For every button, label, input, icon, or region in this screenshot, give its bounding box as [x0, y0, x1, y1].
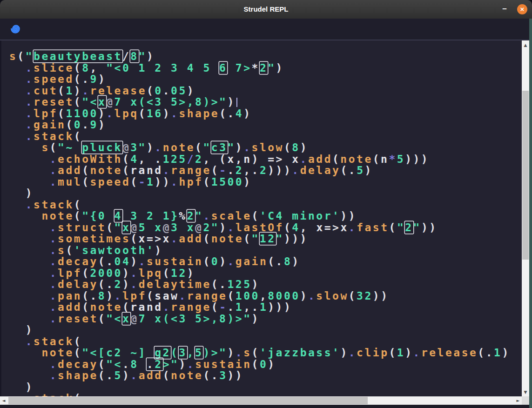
code-token: 'jazzbass' — [260, 347, 340, 359]
vertical-scrollbar[interactable]: ▲ ▼ — [522, 40, 529, 396]
code-token: . — [50, 358, 58, 370]
code-token: , — [187, 347, 195, 359]
code-token: stack — [34, 335, 74, 348]
code-token: note — [340, 153, 372, 165]
code-token: " — [195, 210, 203, 222]
vertical-scroll-thumb[interactable] — [522, 91, 529, 260]
code-token: ) — [243, 176, 251, 188]
code-token: add — [58, 301, 82, 313]
scroll-up-icon[interactable]: ▲ — [522, 40, 529, 49]
code-line: .reset("<x@7 x(<3 5>,8)>") — [9, 313, 522, 325]
code-token: ( — [50, 141, 58, 154]
code-token: 6 — [219, 62, 227, 74]
code-token: ( — [163, 267, 171, 279]
code-token: . — [50, 313, 58, 325]
code-token: 9 — [90, 73, 98, 85]
code-token — [9, 267, 50, 279]
code-token: ( — [58, 85, 66, 97]
code-token: . — [50, 221, 58, 234]
scroll-down-icon[interactable]: ▼ — [522, 388, 529, 396]
code-token: 2" — [203, 221, 219, 234]
code-token: (rand — [122, 164, 163, 176]
code-token: ( — [82, 164, 90, 176]
code-line: .echoWith(4, .125/2, (x,n) => x.add(note… — [9, 154, 522, 165]
scroll-left-icon[interactable]: ◄ — [0, 396, 7, 405]
code-editor[interactable]: s("beautybeast/8") .slice(8, "<0 1 2 3 4… — [0, 40, 522, 396]
code-token: ( — [203, 176, 211, 188]
active-event-highlight-box: 2 — [187, 210, 195, 222]
code-token: decay — [58, 358, 98, 370]
code-line: .decay(.04).sustain(0).gain(.8) — [9, 256, 522, 268]
code-token: ) — [147, 50, 155, 62]
code-token: . — [203, 210, 211, 222]
code-token: ( — [74, 130, 82, 142]
horizontal-scrollbar[interactable]: ◄ ► — [0, 396, 522, 405]
code-token: . — [171, 233, 179, 245]
code-token: (n — [373, 153, 389, 165]
code-token: )) — [155, 176, 171, 188]
code-token: add — [139, 369, 163, 381]
code-token: "< — [106, 313, 122, 325]
horizontal-scroll-thumb[interactable] — [8, 397, 368, 404]
code-token: (. — [82, 290, 98, 302]
code-token: ( — [163, 369, 171, 381]
code-token: 4 — [292, 221, 300, 234]
code-token: slice — [34, 62, 74, 74]
code-token: ) — [130, 255, 138, 268]
scroll-right-icon[interactable]: ► — [514, 396, 522, 405]
code-token: . — [50, 267, 58, 279]
code-token: reset — [34, 96, 74, 108]
close-button[interactable]: × — [517, 4, 527, 14]
code-token: stack — [34, 199, 74, 211]
code-token: (. — [211, 278, 228, 290]
code-token: 1 — [66, 85, 74, 97]
active-event-highlight-box: 4 — [114, 210, 122, 222]
code-token: " — [228, 141, 236, 154]
code-token: 1 — [397, 347, 405, 359]
code-token: release — [421, 347, 478, 359]
code-token: ( — [122, 153, 130, 165]
code-token: , — [90, 62, 107, 74]
code-token: ( — [252, 347, 260, 359]
code-token: ) — [300, 290, 308, 302]
code-token: >" — [163, 358, 179, 370]
code-token — [9, 313, 50, 325]
code-token: 3 2 1} — [122, 210, 179, 222]
code-token: ) — [219, 221, 227, 234]
code-token: ( — [74, 62, 82, 74]
code-token: beautybeast — [34, 50, 122, 62]
code-token: 8 — [130, 50, 138, 62]
code-token: . — [26, 96, 34, 108]
code-token: 125 — [163, 153, 187, 165]
code-token: (. — [268, 255, 284, 268]
code-token: . — [187, 358, 195, 370]
code-token: (. — [478, 347, 494, 359]
code-token: ( — [130, 176, 138, 188]
code-token: . — [82, 119, 90, 131]
code-token: " — [139, 50, 147, 62]
code-token: 8000 — [268, 290, 300, 302]
code-token: s — [243, 347, 251, 359]
code-token: 8 — [130, 358, 147, 370]
code-line: .speed(.9) — [9, 74, 522, 85]
code-token: 2 — [187, 210, 195, 222]
code-token: 8 — [98, 290, 106, 302]
active-event-highlight-box: g2 — [155, 347, 171, 359]
code-token: ))) — [268, 164, 292, 176]
text-cursor — [236, 98, 237, 107]
code-token — [9, 347, 41, 359]
active-event-highlight-box: 8 — [130, 50, 138, 62]
minimize-button[interactable]: – — [498, 0, 512, 19]
code-token: @ — [195, 221, 203, 234]
code-token: ) — [300, 141, 308, 154]
code-token: ) — [98, 119, 106, 131]
code-line: .struct("x@5 x@3 x@2").lastOf(4, x=>x.fa… — [9, 222, 522, 234]
code-token: ) — [268, 358, 276, 370]
code-token: ) — [502, 347, 510, 359]
code-token: add — [308, 153, 332, 165]
active-event-highlight-box: x — [98, 96, 106, 108]
code-token: ) — [122, 267, 130, 279]
code-token: ( — [58, 107, 66, 120]
code-token: 1100 — [66, 107, 98, 120]
code-token: . — [292, 164, 300, 176]
